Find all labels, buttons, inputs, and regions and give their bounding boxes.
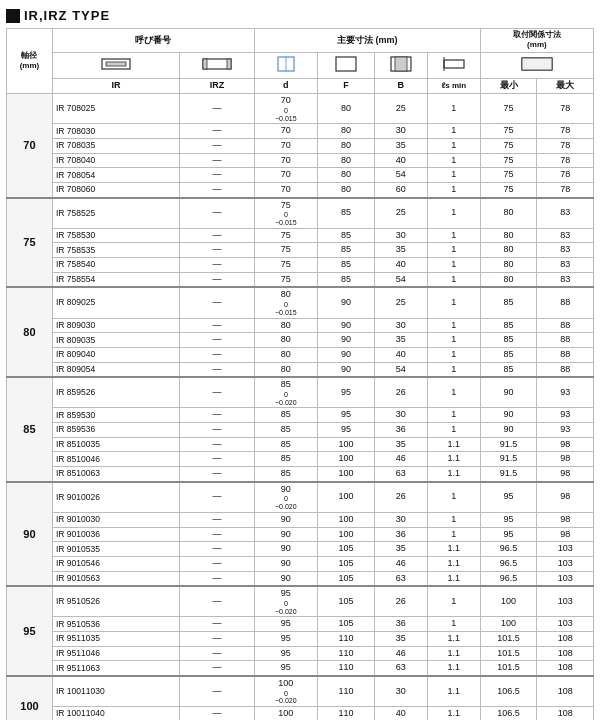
- irz-cell: —: [180, 707, 254, 720]
- irz-cell: —: [180, 542, 254, 557]
- d-cell: 90: [254, 571, 318, 586]
- page: IR,IRZ TYPE 軸径(mm) 呼び番号 主要寸法 (mm) 取付関係寸法…: [0, 0, 600, 720]
- da-max-col-label: 最大: [537, 79, 594, 94]
- table-row: 75IR 758525—750−0.015852518083: [7, 198, 594, 229]
- B-cell: 54: [374, 168, 427, 183]
- ir-cell: IR 9010036: [52, 527, 179, 542]
- ir-cell: IR 9010030: [52, 512, 179, 527]
- B-cell: 60: [374, 182, 427, 197]
- da-min-cell: 75: [480, 153, 537, 168]
- F-diagram-svg: [335, 55, 357, 73]
- irz-cell: —: [180, 482, 254, 513]
- ls-cell: 1: [427, 287, 480, 318]
- irz-cell: —: [180, 571, 254, 586]
- da-max-cell: 83: [537, 228, 594, 243]
- table-row: 85IR 859526—850−0.020952619093: [7, 377, 594, 408]
- F-cell: 110: [318, 676, 375, 707]
- table-row: IR 9010036—901003619598: [7, 527, 594, 542]
- ls-cell: 1: [427, 318, 480, 333]
- ir-cell: IR 9511035: [52, 632, 179, 647]
- header-row-2: [7, 52, 594, 79]
- da-max-cell: 88: [537, 347, 594, 362]
- F-cell: 90: [318, 287, 375, 318]
- d-cell: 90: [254, 556, 318, 571]
- da-min-cell: 75: [480, 124, 537, 139]
- svg-rect-1: [106, 62, 126, 66]
- svg-rect-3: [203, 59, 207, 69]
- irz-cell: —: [180, 423, 254, 438]
- table-row: IR 9511035—95110351.1101.5108: [7, 632, 594, 647]
- da-max-cell: 98: [537, 482, 594, 513]
- irz-cell: —: [180, 408, 254, 423]
- F-cell: 110: [318, 707, 375, 720]
- irz-cell: —: [180, 318, 254, 333]
- F-cell: 80: [318, 124, 375, 139]
- F-cell: 80: [318, 138, 375, 153]
- d-cell: 85: [254, 408, 318, 423]
- da-min-cell: 101.5: [480, 632, 537, 647]
- irz-cell: —: [180, 153, 254, 168]
- B-cell: 46: [374, 452, 427, 467]
- header-row-3: IR IRZ d F B ℓs min 最小 最大: [7, 79, 594, 94]
- F-cell: 100: [318, 467, 375, 482]
- irz-cell: —: [180, 347, 254, 362]
- ir-cell: IR 9511046: [52, 646, 179, 661]
- F-cell: 90: [318, 362, 375, 377]
- da-min-cell: 75: [480, 94, 537, 124]
- ir-cell: IR 758530: [52, 228, 179, 243]
- da-min-cell: 91.5: [480, 437, 537, 452]
- table-row: IR 8510035—85100351.191.598: [7, 437, 594, 452]
- irz-cell: —: [180, 168, 254, 183]
- table-row: IR 708054—70805417578: [7, 168, 594, 183]
- B-cell: 30: [374, 512, 427, 527]
- table-row: IR 708030—70803017578: [7, 124, 594, 139]
- ir-cell: IR 9510536: [52, 617, 179, 632]
- da-min-cell: 80: [480, 258, 537, 273]
- d-diagram-cell: [254, 52, 318, 79]
- da-max-cell: 103: [537, 617, 594, 632]
- d-cell: 80: [254, 318, 318, 333]
- irz-cell: —: [180, 676, 254, 707]
- da-max-cell: 83: [537, 272, 594, 287]
- F-cell: 95: [318, 377, 375, 408]
- main-table: 軸径(mm) 呼び番号 主要寸法 (mm) 取付関係寸法(mm): [6, 28, 594, 720]
- irz-cell: —: [180, 182, 254, 197]
- irz-cell: —: [180, 527, 254, 542]
- irz-cell: —: [180, 377, 254, 408]
- ir-cell: IR 859530: [52, 408, 179, 423]
- d-cell: 85: [254, 423, 318, 438]
- F-cell: 80: [318, 153, 375, 168]
- F-cell: 100: [318, 452, 375, 467]
- da-max-cell: 88: [537, 287, 594, 318]
- irz-cell: —: [180, 243, 254, 258]
- d-cell: 90: [254, 527, 318, 542]
- B-cell: 40: [374, 153, 427, 168]
- shaft-cell: 95: [7, 586, 53, 676]
- title-bar: IR,IRZ TYPE: [6, 8, 594, 23]
- irz-cell: —: [180, 138, 254, 153]
- table-row: IR 809040—80904018588: [7, 347, 594, 362]
- ls-cell: 1: [427, 333, 480, 348]
- svg-rect-9: [395, 57, 407, 71]
- ls-cell: 1: [427, 377, 480, 408]
- da-max-cell: 78: [537, 124, 594, 139]
- ls-col-label: ℓs min: [427, 79, 480, 94]
- irz-cell: —: [180, 437, 254, 452]
- col-partnum-header: 呼び番号: [52, 29, 254, 53]
- d-cell: 85: [254, 452, 318, 467]
- ir-cell: IR 758554: [52, 272, 179, 287]
- da-max-cell: 78: [537, 153, 594, 168]
- F-cell: 105: [318, 571, 375, 586]
- da-min-cell: 85: [480, 318, 537, 333]
- da-max-cell: 98: [537, 527, 594, 542]
- d-cell: 75: [254, 243, 318, 258]
- B-col-label: B: [374, 79, 427, 94]
- da-max-cell: 93: [537, 377, 594, 408]
- table-row: 95IR 9510526—950−0.020105261100103: [7, 586, 594, 617]
- B-cell: 26: [374, 586, 427, 617]
- F-cell: 105: [318, 556, 375, 571]
- shaft-cell: 85: [7, 377, 53, 482]
- B-cell: 26: [374, 482, 427, 513]
- B-cell: 36: [374, 423, 427, 438]
- da-max-cell: 98: [537, 467, 594, 482]
